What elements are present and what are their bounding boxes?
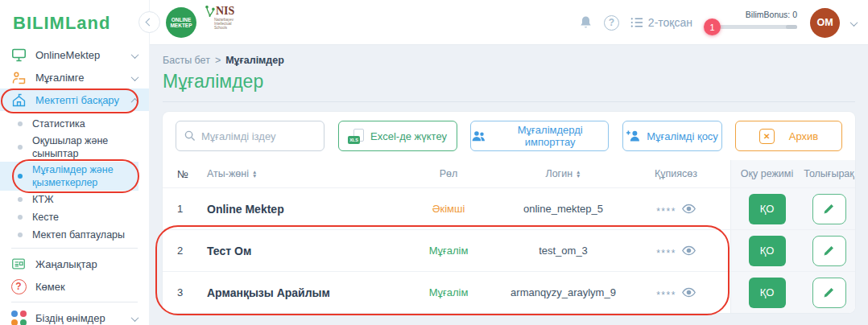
teacher-icon [10, 71, 27, 84]
monitor-icon [10, 48, 27, 62]
pencil-icon [823, 203, 835, 215]
list-icon [630, 17, 643, 28]
teacher-name: Online Mektep [207, 188, 392, 229]
sidebar-subitem-label: Оқушылар және сыныптар [32, 134, 121, 160]
sidebar-item-label: Көмек [35, 281, 65, 293]
nis-text: NIS [216, 5, 234, 18]
sidebar-subitem-ktzh[interactable]: КТЖ [0, 191, 149, 208]
sidebar-collapse-button[interactable] [138, 11, 160, 33]
search-input[interactable] [201, 130, 316, 142]
nis-logo: NIS Nazarbayev Intellectual Schools [205, 5, 242, 30]
header-login[interactable]: Логин ▲▼ [505, 160, 622, 187]
sidebar-subitem-statistika[interactable]: Статистика [0, 115, 149, 133]
sidebar-item-mugalimge[interactable]: Мұғалімге [0, 66, 149, 88]
pencil-icon [823, 286, 835, 298]
teachers-card: XLS Excel-де жүктеу Мұғалімдерді импортт… [163, 112, 855, 313]
sidebar-item-label: Жаңалықтар [35, 258, 97, 270]
teacher-role: Мұғалім [392, 272, 505, 313]
mode-button[interactable]: ҚО [749, 278, 786, 308]
password-cell: **** [622, 188, 730, 229]
bell-icon[interactable] [579, 15, 593, 30]
header-password: Құпиясөз [622, 160, 730, 187]
bullet-icon [18, 232, 23, 237]
sidebar-subitem-mugalimder[interactable]: Мұғалімдер және қызметкерлер [0, 162, 138, 191]
bilimbonus-widget[interactable]: 1 BilimBonus: 0 [704, 6, 799, 39]
table-row: 3 Арманқызы Арайлым Мұғалім armanqyzy_ar… [163, 271, 855, 313]
edit-button[interactable] [812, 194, 846, 224]
sidebar-subitem-baptaular[interactable]: Мектеп баптаулары [0, 226, 149, 244]
row-num: 2 [163, 230, 207, 271]
sidebar: BILIMLand OnlineMektep Мұғалімге Мектепт… [0, 0, 150, 325]
archive-icon: ✕ [759, 129, 775, 144]
sort-icon[interactable]: ▲▼ [576, 170, 581, 178]
toolbar: XLS Excel-де жүктеу Мұғалімдерді импортт… [163, 112, 855, 160]
topbar: ONLINE MEKTEP NIS Nazarbayev Intellectua… [150, 0, 868, 45]
row-num: 1 [163, 188, 207, 229]
sidebar-item-mektepti-baskaru[interactable]: Мектепті басқару [0, 88, 149, 111]
teacher-role: Әкімші [392, 188, 505, 229]
password-cell: **** [622, 272, 730, 313]
sidebar-item-komek[interactable]: ? Көмек [0, 275, 149, 298]
edit-button[interactable] [812, 236, 846, 266]
sidebar-subitem-label: Кесте [32, 211, 59, 224]
chevron-down-icon [132, 49, 138, 61]
table-row: 1 Online Mektep Әкімші online_mektep_5 *… [163, 187, 855, 229]
help-icon[interactable]: ? [604, 15, 619, 31]
term-selector[interactable]: 2-тоқсан [630, 16, 692, 29]
person-plus-icon [626, 130, 640, 142]
sidebar-item-label: Мектепті басқару [35, 94, 119, 106]
header-details: Толығырақ [803, 160, 855, 187]
header-num: № [163, 160, 207, 187]
search-box[interactable] [176, 121, 324, 151]
sidebar-item-label: OnlineMektep [35, 49, 100, 61]
import-teachers-button[interactable]: Мұғалімдерді импорттау [470, 121, 609, 151]
newspaper-icon [10, 257, 27, 270]
bullet-icon [18, 145, 23, 150]
breadcrumb-home[interactable]: Басты бет [163, 55, 210, 66]
sidebar-subitem-okushylar[interactable]: Оқушылар және сыныптар [0, 133, 129, 162]
sidebar-subitem-label: Статистика [32, 117, 85, 130]
archive-button[interactable]: ✕ Архив [735, 121, 842, 151]
sidebar-divider [11, 302, 138, 302]
password-mask: **** [656, 246, 676, 256]
bullet-icon [18, 197, 23, 202]
page-title: Мұғалімдер [163, 71, 855, 102]
add-teacher-button[interactable]: Мұғалімді қосу [622, 121, 722, 151]
mode-button[interactable]: ҚО [749, 236, 786, 266]
sidebar-divider [11, 248, 138, 249]
bullet-icon [18, 215, 23, 220]
mode-button[interactable]: ҚО [749, 194, 786, 224]
details-cell [803, 188, 855, 229]
edit-button[interactable] [812, 278, 846, 308]
details-cell [803, 272, 855, 313]
teacher-login: test_om_3 [505, 230, 622, 271]
search-icon [184, 130, 196, 142]
excel-file-icon: XLS [348, 129, 364, 144]
eye-icon[interactable] [682, 204, 696, 214]
products-grid-icon [10, 311, 27, 325]
bullet-icon [18, 174, 23, 179]
table-row: 2 Тест Ом Мұғалім test_om_3 **** ҚО [163, 229, 855, 271]
pencil-icon [823, 245, 835, 257]
sidebar-item-label: Біздің өнімдер [35, 312, 105, 324]
chevron-down-icon [132, 72, 138, 84]
sidebar-item-bizdin-onimder[interactable]: Біздің өнімдер [0, 306, 149, 325]
header-mode: Оқу режимі [730, 160, 803, 187]
avatar[interactable]: OM [810, 8, 840, 38]
eye-icon[interactable] [682, 287, 696, 298]
bilimbonus-label: BilimBonus: 0 [746, 10, 797, 19]
sort-icon[interactable]: ▲▼ [252, 170, 257, 178]
password-mask: **** [656, 204, 676, 214]
sidebar-subitem-keste[interactable]: Кесте [0, 208, 149, 226]
mode-cell: ҚО [730, 230, 803, 271]
password-mask: **** [656, 288, 676, 298]
excel-download-button[interactable]: XLS Excel-де жүктеу [338, 121, 457, 151]
sidebar-submenu: Статистика Оқушылар және сыныптар Мұғалі… [0, 111, 149, 244]
breadcrumb-current: Мұғалімдер [225, 55, 284, 66]
sidebar-item-zhanalyktar[interactable]: Жаңалықтар [0, 253, 149, 275]
chevron-down-icon[interactable] [851, 15, 857, 30]
sidebar-subitem-label: КТЖ [32, 193, 54, 206]
eye-icon[interactable] [682, 245, 696, 256]
header-name[interactable]: Аты-жөні ▲▼ [207, 160, 392, 187]
sidebar-item-onlinemektep[interactable]: OnlineMektep [0, 43, 149, 66]
